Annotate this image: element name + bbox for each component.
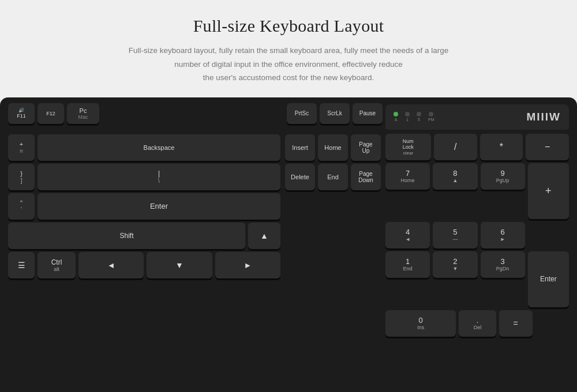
key-multiply: *: [480, 134, 523, 160]
key-7: 7 Home: [385, 163, 430, 190]
key-6: 6 ►: [481, 222, 525, 248]
key-3: 3 PgDn: [481, 251, 525, 278]
plus-spacer: [528, 222, 569, 248]
numpad-row-3: 4 ◄ 5 — 6 ►: [385, 222, 569, 248]
nav-keys: Insert Home Page Up Delete: [285, 104, 381, 392]
key-end: End: [318, 164, 348, 190]
keyboard-display: + = Backspace } ] | \: [0, 97, 577, 392]
page-wrapper: Full-size Keyboard Layout Full-size keyb…: [0, 0, 577, 392]
key-page-up: Page Up: [351, 134, 381, 161]
nav-spacer: [285, 193, 381, 220]
key-5: 5 —: [433, 222, 477, 248]
header-section: Full-size Keyboard Layout Full-size keyb…: [0, 0, 577, 94]
page-description: Full-size keyboard layout, fully retain …: [115, 44, 462, 85]
key-insert: Insert: [285, 134, 315, 161]
key-home: Home: [318, 134, 348, 161]
key-delete: Delete: [285, 164, 315, 190]
key-scrlk: ScrLk: [320, 103, 350, 124]
key-equals: + =: [8, 134, 35, 161]
numpad-row-5: 0 Ins . Del =: [385, 310, 569, 337]
numpad-section: A 1 5 PM: [385, 104, 569, 392]
fn-middle: PrtSc ScrLk Pause: [287, 103, 383, 129]
kb-row-1: + = Backspace: [8, 134, 280, 161]
key-numlock: NumLock clear: [385, 134, 431, 160]
kb-row-5: ☰ Ctrl alt ◄ ▼ ►: [8, 252, 280, 278]
fn-left: 🔊 F11 F12 Pc Mac: [8, 103, 284, 129]
numpad-row-2: 7 Home 8 ▲ 9 PgUp +: [385, 163, 569, 219]
nav-spacer3: [285, 252, 381, 278]
key-right-arrow: ►: [215, 252, 280, 278]
key-ctrl-right: Ctrl alt: [38, 252, 76, 278]
page-title: Full-size Keyboard Layout: [12, 16, 565, 36]
numpad-row-4: 1 End 2 ▼ 3 PgDn Enter: [385, 251, 569, 307]
key-dot: . Del: [459, 310, 496, 337]
key-prtsc: PrtSc: [287, 103, 317, 124]
numpad-row-1: NumLock clear / * −: [385, 134, 569, 160]
nav-row-2: Delete End Page Down: [285, 164, 381, 190]
key-1: 1 End: [385, 251, 430, 278]
key-quote: " ': [8, 193, 35, 220]
key-page-down: Page Down: [351, 164, 381, 190]
left-keyboard: + = Backspace } ] | \: [8, 104, 280, 392]
fn-row-overlay: 🔊 F11 F12 Pc Mac PrtSc ScrLk: [8, 103, 569, 129]
key-backspace: Backspace: [38, 134, 280, 161]
key-equals-numpad: =: [499, 310, 533, 337]
key-plus: +: [528, 163, 569, 219]
key-8: 8 ▲: [433, 163, 477, 190]
key-pause: Pause: [353, 103, 383, 124]
key-left-arrow: ◄: [78, 252, 144, 278]
key-down-arrow: ▼: [147, 252, 212, 278]
keyboard-inner: + = Backspace } ] | \: [8, 104, 569, 392]
kb-row-2: } ] | \: [8, 164, 280, 190]
key-0: 0 Ins: [385, 310, 456, 337]
kb-row-4: Shift ▲: [8, 223, 280, 249]
key-minus: −: [526, 134, 569, 160]
key-pipe: | \: [38, 164, 280, 190]
nav-row-1: Insert Home Page Up: [285, 134, 381, 161]
key-4: 4 ◄: [385, 222, 430, 248]
nav-spacer2: [285, 223, 381, 249]
kb-row-3: " ' Enter: [8, 193, 280, 220]
key-2: 2 ▼: [433, 251, 477, 278]
key-pc-mac: Pc Mac: [67, 103, 99, 124]
fn-right-spacer: [385, 103, 569, 129]
key-9: 9 PgUp: [481, 163, 525, 190]
key-f11: 🔊 F11: [8, 103, 35, 124]
key-divide: /: [434, 134, 477, 160]
key-enter: Enter: [38, 193, 280, 220]
key-numpad-enter: Enter: [528, 251, 569, 307]
enter-spacer-bottom: [535, 310, 569, 337]
key-f12: F12: [38, 103, 64, 124]
key-shift-left: Shift: [8, 223, 245, 249]
key-brace: } ]: [8, 164, 35, 190]
key-up-arrow: ▲: [248, 223, 280, 249]
key-menu: ☰: [8, 252, 35, 278]
